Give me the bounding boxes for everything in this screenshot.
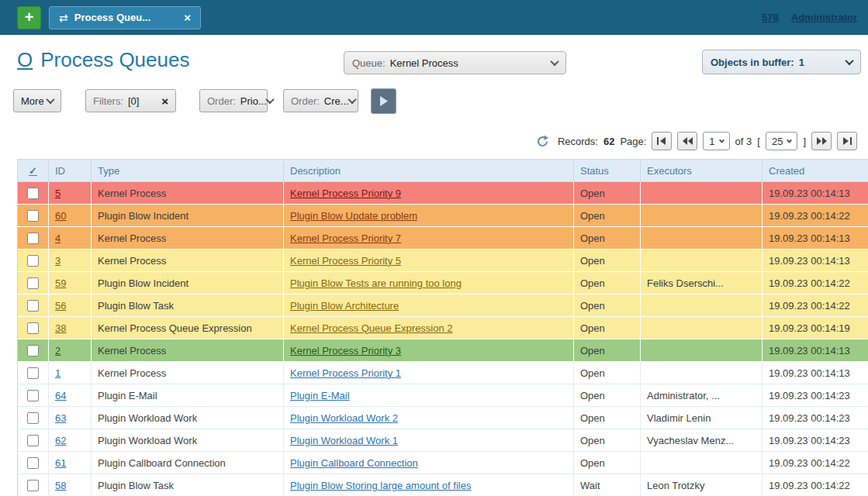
row-checkbox[interactable]	[27, 210, 39, 222]
objects-in-buffer-select[interactable]: Objects in buffer: 1	[702, 50, 861, 74]
row-description-link[interactable]: Kernel Process Priority 1	[290, 367, 401, 379]
last-page-icon	[842, 137, 852, 145]
row-description-link[interactable]: Kernel Process Priority 5	[290, 255, 401, 267]
page-number-select[interactable]: 1	[703, 132, 729, 150]
row-type: Plugin E-Mail	[98, 390, 157, 401]
row-description-link[interactable]: Kernel Process Priority 3	[290, 345, 401, 356]
more-button[interactable]: More	[13, 89, 61, 112]
next-page-button[interactable]	[811, 132, 832, 150]
run-button[interactable]	[371, 88, 396, 114]
row-id-link[interactable]: 63	[55, 412, 66, 424]
tab-close-icon[interactable]: ×	[184, 11, 191, 24]
row-description-link[interactable]: Plugin Blow Storing large amount of file…	[290, 480, 471, 491]
row-description-link[interactable]: Plugin E-Mail	[290, 390, 350, 401]
row-checkbox[interactable]	[27, 480, 39, 491]
col-header-executors[interactable]: Executors	[641, 160, 763, 182]
col-header-created[interactable]: Created	[763, 160, 868, 182]
row-checkbox[interactable]	[27, 367, 39, 379]
row-id-link[interactable]: 62	[55, 435, 66, 446]
row-created: 19.09.23 00:14:23	[769, 412, 850, 424]
col-header-description[interactable]: Description	[284, 160, 574, 182]
row-checkbox[interactable]	[27, 322, 39, 334]
row-id-link[interactable]: 61	[55, 457, 66, 469]
row-type: Plugin Workload Work	[98, 435, 197, 446]
last-page-button[interactable]	[837, 132, 857, 150]
row-status: Open	[580, 345, 605, 356]
records-label: Records:	[558, 136, 598, 147]
row-description-link[interactable]: Plugin Blow Update problem	[290, 210, 417, 222]
refresh-button[interactable]	[536, 135, 549, 148]
row-id-link[interactable]: 58	[55, 480, 66, 491]
row-id-link[interactable]: 56	[55, 300, 66, 312]
chevron-down-icon	[348, 95, 356, 104]
queue-select[interactable]: Queue: Kernel Process	[344, 51, 566, 74]
row-checkbox[interactable]	[27, 457, 39, 469]
queue-select-label: Queue:	[352, 57, 386, 69]
tab-process-queues[interactable]: ⇄ Process Queu... ×	[49, 6, 201, 29]
row-status: Wait	[580, 480, 600, 491]
order-label: Order:	[207, 95, 236, 107]
col-header-id[interactable]: ID	[49, 160, 92, 182]
row-status: Open	[580, 390, 605, 401]
col-header-type[interactable]: Type	[92, 160, 284, 182]
row-id-link[interactable]: 5	[55, 188, 61, 199]
table-row: 2 Kernel Process Kernel Process Priority…	[18, 339, 868, 362]
row-checkbox[interactable]	[27, 232, 39, 244]
filters-clear-icon[interactable]: ×	[161, 95, 168, 108]
row-description-link[interactable]: Plugin Callboard Connection	[290, 457, 418, 469]
row-id-link[interactable]: 2	[55, 345, 61, 356]
row-description-link[interactable]: Plugin Blow Tests are running too long	[290, 277, 462, 289]
page-size-select[interactable]: 25	[766, 132, 797, 150]
add-tab-button[interactable]: +	[17, 6, 41, 29]
row-status: Open	[580, 277, 605, 289]
table-row: 64 Plugin E-Mail Plugin E-Mail Open Admi…	[18, 384, 868, 407]
row-description-link[interactable]: Kernel Process Priority 9	[290, 188, 401, 199]
row-checkbox[interactable]	[27, 277, 39, 289]
row-checkbox[interactable]	[27, 390, 39, 401]
row-description-link[interactable]: Plugin Blow Architecture	[290, 300, 399, 312]
row-id-link[interactable]: 1	[55, 367, 61, 379]
table-row: 63 Plugin Workload Work Plugin Workload …	[18, 407, 868, 429]
row-id-link[interactable]: 4	[55, 232, 61, 244]
current-user-link[interactable]: Administrator	[791, 12, 857, 23]
row-id-link[interactable]: 60	[55, 210, 66, 222]
row-description-link[interactable]: Plugin Workload Work 2	[290, 412, 398, 424]
row-created: 19.09.23 00:14:22	[769, 480, 850, 491]
row-executors: Leon Trotzky	[647, 480, 704, 491]
first-page-button[interactable]	[652, 132, 672, 150]
row-checkbox[interactable]	[27, 188, 39, 199]
row-checkbox[interactable]	[27, 300, 39, 312]
row-checkbox[interactable]	[27, 435, 39, 446]
row-created: 19.09.23 00:14:23	[769, 390, 850, 401]
row-id-link[interactable]: 59	[55, 277, 66, 289]
table-row: 38 Kernel Process Queue Expression Kerne…	[18, 317, 868, 339]
row-checkbox[interactable]	[27, 345, 39, 356]
order-priority-select[interactable]: Order: Prio...	[199, 89, 268, 112]
row-id-link[interactable]: 64	[55, 390, 66, 401]
filters-control[interactable]: Filters: [0] ×	[85, 89, 176, 112]
row-status: Open	[580, 457, 605, 469]
row-description-link[interactable]: Plugin Workload Work 1	[290, 435, 398, 446]
row-checkbox[interactable]	[27, 412, 39, 424]
filters-count: [0]	[128, 95, 139, 107]
col-header-status[interactable]: Status	[574, 160, 641, 182]
select-all-toggle[interactable]: ✓	[29, 165, 37, 177]
row-description-link[interactable]: Kernel Process Priority 7	[290, 232, 401, 244]
row-status: Open	[580, 210, 605, 222]
table-row: 5 Kernel Process Kernel Process Priority…	[18, 182, 868, 205]
row-type: Plugin Workload Work	[98, 412, 197, 424]
refresh-icon	[536, 135, 549, 148]
prev-page-button[interactable]	[677, 132, 697, 150]
row-description-link[interactable]: Kernel Process Queue Expression 2	[290, 322, 453, 334]
process-icon: ⇄	[59, 12, 68, 24]
row-id-link[interactable]: 38	[55, 322, 66, 334]
order-priority-value: Prio...	[240, 95, 267, 107]
buffer-label: Objects in buffer:	[711, 57, 794, 68]
row-type: Kernel Process	[98, 188, 166, 199]
process-queues-page: + ⇄ Process Queu... × 578 Administrator …	[0, 0, 868, 496]
row-created: 19.09.23 00:14:23	[769, 435, 850, 446]
row-checkbox[interactable]	[27, 255, 39, 267]
counter-link[interactable]: 578	[762, 12, 779, 23]
order-created-select[interactable]: Order: Cre...	[283, 89, 358, 112]
row-id-link[interactable]: 3	[55, 255, 61, 267]
